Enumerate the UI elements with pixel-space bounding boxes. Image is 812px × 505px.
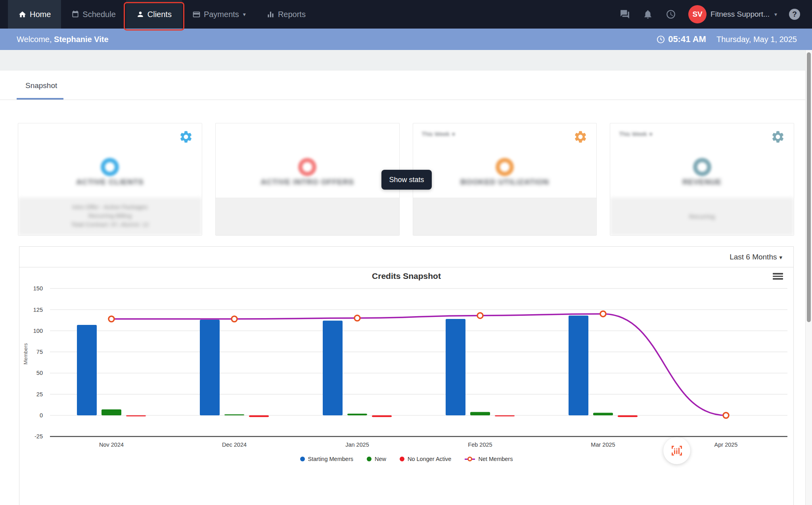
- chevron-down-icon: ▾: [774, 11, 777, 17]
- help-button[interactable]: ?: [789, 9, 800, 20]
- svg-text:-25: -25: [34, 433, 43, 440]
- time-text: 05:41 AM: [668, 34, 706, 44]
- chevron-down-icon: ▾: [452, 131, 455, 137]
- period-label: This Week: [422, 131, 450, 137]
- nav-item-label: Home: [30, 10, 51, 19]
- calendar-icon: [71, 10, 79, 18]
- notifications-button[interactable]: [642, 9, 653, 20]
- donut-indicator: [101, 158, 119, 176]
- chart-header: Last 6 Months▾: [19, 247, 793, 267]
- card-active-intro-offers: ACTIVE INTRO OFFERS: [215, 123, 400, 236]
- barcode-icon: [670, 444, 684, 457]
- card-title: BOOKED UTILIZATION: [413, 178, 597, 186]
- scrollbar-thumb[interactable]: [807, 52, 811, 322]
- svg-text:Feb 2025: Feb 2025: [468, 442, 492, 448]
- clock-icon: [656, 35, 665, 44]
- svg-text:50: 50: [36, 370, 43, 376]
- credits-snapshot-card: Last 6 Months▾ Credits Snapshot 15012510…: [19, 246, 794, 505]
- legend-item-starting-members[interactable]: Starting Members: [300, 456, 353, 462]
- card-active-clients: ACTIVE CLIENTS Intro Offer - Active Pack…: [18, 123, 202, 236]
- footer-line: Recurring: [689, 213, 715, 220]
- card-footer: Intro Offer - Active Packages Recurring …: [18, 198, 202, 235]
- legend-item-new[interactable]: New: [367, 456, 386, 462]
- app-window: Home Schedule Clients Payments ▾ Reports: [0, 0, 812, 505]
- tabs-row: Snapshot: [0, 71, 812, 100]
- welcome-datetime: 05:41 AM Thursday, May 1, 2025: [656, 34, 797, 44]
- legend-item-net-members[interactable]: Net Members: [465, 456, 513, 462]
- welcome-user-name: Stephanie Vite: [54, 35, 108, 44]
- chevron-down-icon: ▾: [243, 11, 246, 17]
- card-title: ACTIVE INTRO OFFERS: [216, 178, 399, 186]
- svg-text:100: 100: [33, 328, 43, 334]
- home-icon: [18, 10, 27, 19]
- chat-widget-button[interactable]: [663, 437, 690, 464]
- tab-active-indicator: [17, 98, 63, 100]
- svg-text:25: 25: [36, 391, 43, 397]
- svg-text:Dec 2024: Dec 2024: [222, 442, 247, 448]
- period-label: This Week: [619, 131, 647, 137]
- donut-indicator: [693, 158, 711, 176]
- tab-snapshot[interactable]: Snapshot: [25, 81, 57, 90]
- svg-text:Nov 2024: Nov 2024: [99, 442, 124, 448]
- nav-item-home[interactable]: Home: [8, 0, 61, 29]
- current-time: 05:41 AM: [656, 34, 706, 44]
- nav-item-schedule[interactable]: Schedule: [61, 0, 126, 29]
- welcome-message: Welcome, Stephanie Vite: [17, 35, 109, 44]
- svg-text:Apr 2025: Apr 2025: [714, 442, 738, 448]
- show-stats-button[interactable]: Show stats: [381, 170, 432, 190]
- card-booked-utilization: This Week ▾ BOOKED UTILIZATION: [413, 123, 597, 236]
- card-title: REVENUE: [610, 178, 794, 186]
- card-title: ACTIVE CLIENTS: [18, 178, 202, 186]
- legend-dot: [400, 457, 404, 461]
- nav-utilities: SV Fitness Support... ▾ ?: [619, 0, 812, 29]
- chevron-down-icon: ▾: [649, 131, 652, 137]
- period-selector[interactable]: This Week ▾: [619, 131, 652, 137]
- svg-text:125: 125: [33, 307, 43, 313]
- bar-chart-icon: [266, 10, 275, 19]
- svg-text:Members: Members: [23, 343, 29, 365]
- svg-text:0: 0: [40, 412, 43, 419]
- nav-item-payments[interactable]: Payments ▾: [182, 0, 256, 29]
- account-name: Fitness Support...: [710, 10, 770, 19]
- welcome-bar: Welcome, Stephanie Vite 05:41 AM Thursda…: [0, 29, 812, 50]
- legend-label: Net Members: [478, 456, 513, 462]
- nav-item-reports[interactable]: Reports: [256, 0, 316, 29]
- gear-icon[interactable]: [573, 130, 588, 144]
- legend-dot: [367, 457, 372, 461]
- svg-text:Mar 2025: Mar 2025: [591, 442, 615, 448]
- period-selector[interactable]: This Week ▾: [422, 131, 455, 137]
- current-date: Thursday, May 1, 2025: [716, 35, 797, 44]
- donut-indicator: [298, 158, 316, 176]
- legend-label: New: [375, 456, 386, 462]
- footer-line: Intro Offer - Active Packages: [18, 203, 202, 211]
- top-navbar: Home Schedule Clients Payments ▾ Reports: [0, 0, 812, 29]
- scrollbar-track: [805, 50, 812, 505]
- range-selector[interactable]: Last 6 Months▾: [730, 253, 782, 261]
- legend-item-no-longer-active[interactable]: No Longer Active: [400, 456, 451, 462]
- footer-line: Recurring Billing: [18, 211, 202, 220]
- messages-button[interactable]: [619, 9, 630, 20]
- footer-line: Total Contract: 97, Alumni: 12: [18, 220, 202, 229]
- chevron-down-icon: ▾: [779, 254, 782, 261]
- nav-item-label: Reports: [278, 10, 306, 19]
- nav-item-label: Schedule: [82, 10, 115, 19]
- account-menu[interactable]: SV Fitness Support... ▾: [688, 5, 777, 23]
- card-revenue: This Week ▾ REVENUE Recurring: [610, 123, 794, 236]
- legend-line-marker: [465, 457, 475, 461]
- nav-item-label: Clients: [147, 10, 172, 19]
- page-background-gap: [0, 50, 812, 71]
- card-footer: [413, 198, 597, 235]
- gear-icon[interactable]: [179, 130, 193, 144]
- nav-item-clients[interactable]: Clients: [126, 0, 182, 29]
- gear-icon[interactable]: [771, 130, 785, 144]
- history-button[interactable]: [665, 9, 676, 20]
- nav-item-label: Payments: [204, 10, 239, 19]
- nav-menu: Home Schedule Clients Payments ▾ Reports: [0, 0, 316, 29]
- svg-text:75: 75: [36, 349, 43, 355]
- card-footer: Recurring: [610, 198, 794, 235]
- bell-icon: [643, 9, 653, 19]
- credit-card-icon: [192, 10, 201, 19]
- card-footer: [216, 198, 399, 235]
- svg-text:150: 150: [33, 285, 43, 292]
- clock-icon: [666, 9, 676, 19]
